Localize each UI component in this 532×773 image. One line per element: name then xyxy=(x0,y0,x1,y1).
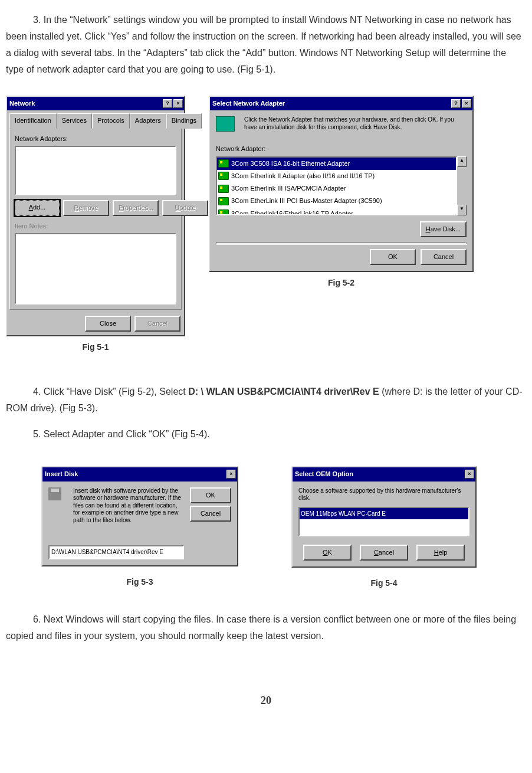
fig51-titlebar[interactable]: Network ? × xyxy=(7,97,184,110)
ok-button[interactable]: OK xyxy=(370,249,416,265)
close-button[interactable]: Close xyxy=(85,316,131,332)
fig53-titlebar[interactable]: Insert Disk × xyxy=(42,467,237,481)
figure-row-2: Insert Disk × Insert disk with software … xyxy=(41,466,526,590)
fig53-title: Insert Disk xyxy=(45,469,225,480)
close-icon[interactable]: × xyxy=(465,470,474,479)
remove-button[interactable]: Remove xyxy=(63,200,109,216)
close-icon[interactable]: × xyxy=(462,99,471,108)
ok-button[interactable]: OK xyxy=(190,487,231,503)
page-number: 20 xyxy=(6,692,526,710)
close-icon[interactable]: × xyxy=(173,99,183,108)
tab-identification[interactable]: Identification xyxy=(9,113,57,128)
tab-services[interactable]: Services xyxy=(57,113,92,128)
cancel-button[interactable]: Cancel xyxy=(421,249,467,265)
fig51-title: Network xyxy=(9,98,162,109)
fig51-adapters-list[interactable] xyxy=(15,146,176,195)
scrollbar[interactable]: ▲ ▼ xyxy=(457,156,467,215)
nic-icon xyxy=(218,159,229,168)
list-item[interactable]: 3Com EtherLink III PCI Bus-Master Adapte… xyxy=(217,195,456,207)
scroll-down-icon[interactable]: ▼ xyxy=(457,205,467,215)
fig53-msg: Insert disk with software provided by th… xyxy=(73,487,184,525)
cancel-button[interactable]: Cancel xyxy=(134,316,180,332)
add-button[interactable]: Add... xyxy=(15,200,60,216)
fig51-notes-box xyxy=(15,233,176,304)
nic-icon xyxy=(218,209,229,215)
fig54-titlebar[interactable]: Select OEM Option × xyxy=(293,467,475,481)
list-item[interactable]: 3Com Etherlink16/EtherLink16 TP Adapter xyxy=(217,208,456,215)
fig54-title: Select OEM Option xyxy=(295,469,464,480)
caption-5-3: Fig 5-3 xyxy=(126,575,153,589)
fig54-list[interactable]: OEM 11Mbps WLAN PC-Card E xyxy=(298,507,469,536)
fig52-adapter-list[interactable]: 3Com 3C508 ISA 16-bit Ethernet Adapter 3… xyxy=(216,156,457,215)
floppy-icon xyxy=(48,487,61,500)
figure-5-2: Select Network Adapter ? × Click the Net… xyxy=(209,96,474,290)
caption-5-1: Fig 5-1 xyxy=(82,340,109,355)
figure-5-3: Insert Disk × Insert disk with software … xyxy=(41,466,238,589)
caption-5-4: Fig 5-4 xyxy=(370,576,397,591)
para-step-3: 3. In the “Network” settings window you … xyxy=(6,12,526,78)
fig51-item-notes-label: Item Notes: xyxy=(15,221,176,232)
fig51-tabs: Identification Services Protocols Adapte… xyxy=(7,110,184,127)
nic-icon xyxy=(218,197,229,205)
figure-5-4: Select OEM Option × Choose a software su… xyxy=(291,466,477,590)
ok-button[interactable]: OK xyxy=(303,545,352,561)
help-icon[interactable]: ? xyxy=(163,99,172,108)
close-icon[interactable]: × xyxy=(226,470,236,479)
caption-5-2: Fig 5-2 xyxy=(328,276,354,290)
fig51-adapters-label: Network Adapters: xyxy=(15,133,176,145)
nic-icon xyxy=(218,185,229,193)
cancel-button[interactable]: Cancel xyxy=(360,545,408,561)
list-item[interactable]: 3Com Etherlink III ISA/PCMCIA Adapter xyxy=(217,182,456,195)
nic-icon xyxy=(218,172,229,180)
figure-row-1: Network ? × Identification Services Prot… xyxy=(6,96,526,354)
para-step-6: 6. Next Windows will start copying the f… xyxy=(6,611,526,644)
para-step-4: 4. Click “Have Disk” (Fig 5-2), Select D… xyxy=(6,384,526,417)
have-disk-button[interactable]: Have Disk... xyxy=(420,221,467,237)
list-item[interactable]: OEM 11Mbps WLAN PC-Card E xyxy=(300,508,468,520)
help-button[interactable]: Help xyxy=(416,545,465,561)
fig52-intro: Click the Network Adapter that matches y… xyxy=(244,116,467,132)
update-button[interactable]: Update xyxy=(162,200,208,216)
fig52-titlebar[interactable]: Select Network Adapter ? × xyxy=(210,97,472,110)
list-item[interactable]: 3Com 3C508 ISA 16-bit Ethernet Adapter xyxy=(217,158,456,170)
divider xyxy=(216,242,467,244)
para-step-5: 5. Select Adapter and Click “OK” (Fig 5-… xyxy=(6,426,526,443)
tab-bindings[interactable]: Bindings xyxy=(166,113,202,128)
help-icon[interactable]: ? xyxy=(451,99,461,108)
scroll-up-icon[interactable]: ▲ xyxy=(457,156,467,167)
adapter-icon xyxy=(216,116,235,132)
cancel-button[interactable]: Cancel xyxy=(190,506,231,522)
fig52-title: Select Network Adapter xyxy=(212,98,450,109)
fig52-list-label: Network Adapter: xyxy=(216,143,467,155)
properties-button[interactable]: Properties... xyxy=(113,200,159,216)
tab-adapters[interactable]: Adapters xyxy=(130,113,166,128)
tab-protocols[interactable]: Protocols xyxy=(92,113,130,128)
path-input[interactable]: D:\WLAN USB&PCMCIA\NT4 driver\Rev E xyxy=(48,545,184,559)
figure-5-1: Network ? × Identification Services Prot… xyxy=(6,96,185,354)
list-item[interactable]: 3Com Etherlink II Adapter (also II/16 an… xyxy=(217,170,456,182)
fig54-msg: Choose a software supported by this hard… xyxy=(298,487,469,502)
